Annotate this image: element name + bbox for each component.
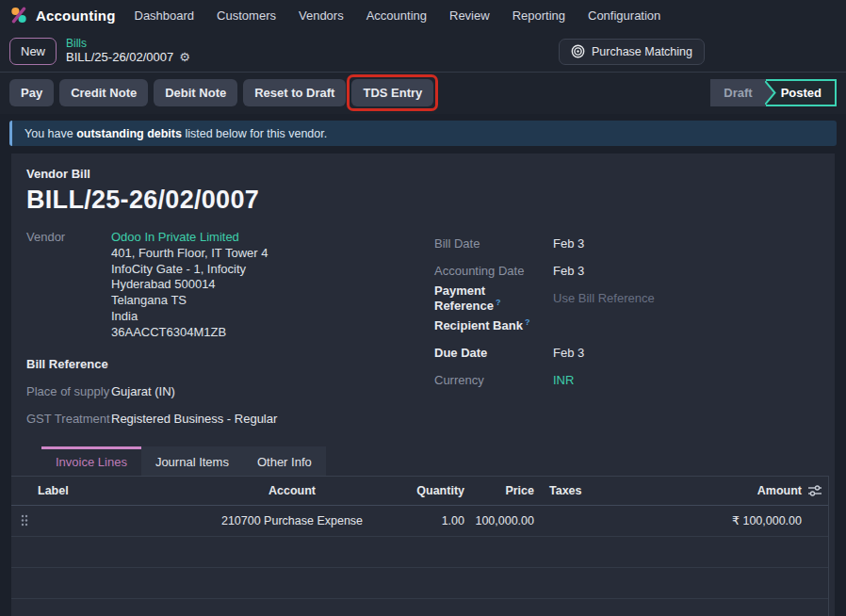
top-navbar: Accounting Dashboard Customers Vendors A…	[0, 0, 846, 30]
gst-treatment-value[interactable]: Registered Business - Regular	[111, 412, 277, 426]
gst-treatment-label: GST Treatment	[26, 412, 111, 426]
empty-row	[11, 568, 828, 599]
column-header-amount[interactable]: Amount	[628, 484, 802, 497]
tds-entry-button[interactable]: TDS Entry	[351, 79, 433, 106]
breadcrumb-current: BILL/25-26/02/0007	[66, 51, 173, 65]
empty-row	[11, 537, 828, 568]
control-panel: New Bills BILL/25-26/02/0007 ⚙ Purchase …	[0, 30, 846, 114]
help-icon: ?	[525, 317, 530, 327]
table-header-row: Label Account Quantity Price Taxes Amoun…	[11, 477, 828, 506]
due-date-label: Due Date	[434, 346, 553, 360]
vendor-address-line: India	[111, 309, 268, 325]
empty-row	[11, 599, 828, 616]
status-draft[interactable]: Draft	[710, 79, 765, 106]
sliders-icon	[807, 485, 822, 496]
column-header-quantity[interactable]: Quantity	[405, 484, 464, 497]
tab-other-info[interactable]: Other Info	[243, 446, 326, 476]
alert-text-bold: outstanding debits	[76, 127, 182, 140]
line-price-cell[interactable]: 100,000.00	[464, 514, 534, 527]
currency-field[interactable]: Currency INR	[434, 366, 820, 394]
recipient-bank-field[interactable]: Recipient Bank?	[434, 312, 820, 339]
gear-icon[interactable]: ⚙	[179, 51, 190, 65]
breadcrumb: Bills BILL/25-26/02/0007 ⚙	[66, 38, 190, 65]
bill-reference-field[interactable]: Bill Reference	[26, 350, 434, 378]
alert-text-pre: You have	[24, 127, 76, 140]
column-header-label[interactable]: Label	[38, 484, 179, 497]
invoice-line-row[interactable]: 210700 Purchase Expense 1.00 100,000.00 …	[11, 506, 828, 537]
due-date-field[interactable]: Due Date Feb 3	[434, 339, 820, 366]
purchase-matching-label: Purchase Matching	[592, 45, 692, 58]
column-header-taxes[interactable]: Taxes	[534, 484, 628, 497]
bill-date-value[interactable]: Feb 3	[553, 236, 584, 251]
purchase-matching-button[interactable]: Purchase Matching	[559, 39, 705, 65]
debit-note-button[interactable]: Debit Note	[154, 79, 237, 106]
vendor-address-line: 36AACCT6304M1ZB	[111, 325, 268, 341]
column-header-account[interactable]: Account	[179, 484, 405, 497]
bill-date-field[interactable]: Bill Date Feb 3	[434, 230, 820, 257]
outstanding-debits-alert: You have outstanding debits listed below…	[9, 121, 837, 146]
status-posted-segment[interactable]: Posted	[766, 79, 837, 106]
bullseye-icon	[571, 44, 585, 58]
due-date-value[interactable]: Feb 3	[553, 346, 584, 360]
left-field-column: Vendor Odoo In Private Limited 401, Four…	[26, 230, 434, 432]
optional-columns-button[interactable]	[802, 485, 828, 496]
alert-text-post: listed below for this vendor.	[182, 127, 327, 140]
breadcrumb-bills-link[interactable]: Bills	[66, 38, 190, 51]
menu-customers[interactable]: Customers	[217, 8, 276, 23]
vendor-address-line: InfoCity Gate - 1, Infocity	[111, 262, 268, 278]
app-name: Accounting	[36, 8, 116, 24]
vendor-field: Vendor Odoo In Private Limited 401, Four…	[26, 230, 434, 341]
line-account-cell[interactable]: 210700 Purchase Expense	[179, 514, 405, 527]
menu-vendors[interactable]: Vendors	[299, 8, 344, 23]
currency-value[interactable]: INR	[553, 373, 574, 387]
status-bar: Draft Posted	[710, 79, 837, 106]
bill-date-label: Bill Date	[434, 236, 553, 251]
new-button[interactable]: New	[9, 38, 57, 65]
odoo-accounting-window: Accounting Dashboard Customers Vendors A…	[0, 0, 846, 616]
status-chevron-icon	[765, 81, 776, 105]
accounting-app-icon	[9, 6, 28, 24]
vendor-address-line: 401, Fourth Floor, IT Tower 4	[111, 246, 268, 262]
line-quantity-cell[interactable]: 1.00	[405, 514, 464, 527]
help-icon: ?	[496, 298, 501, 307]
place-of-supply-value[interactable]: Gujarat (IN)	[111, 384, 175, 398]
vendor-link[interactable]: Odoo In Private Limited	[111, 230, 268, 246]
place-of-supply-field[interactable]: Place of supply Gujarat (IN)	[26, 378, 434, 405]
menu-dashboard[interactable]: Dashboard	[135, 8, 195, 23]
payment-reference-label: Payment Reference	[434, 284, 494, 313]
currency-label: Currency	[434, 373, 553, 387]
vendor-address-line: Telangana TS	[111, 293, 268, 309]
drag-handle[interactable]	[11, 514, 38, 527]
place-of-supply-label: Place of supply	[26, 384, 111, 398]
breadcrumb-row: New Bills BILL/25-26/02/0007 ⚙ Purchase …	[0, 30, 846, 72]
gst-treatment-field[interactable]: GST Treatment Registered Business - Regu…	[26, 405, 434, 432]
pay-button[interactable]: Pay	[9, 79, 54, 106]
notebook-tabs: Invoice Lines Journal Items Other Info	[41, 446, 820, 476]
column-header-price[interactable]: Price	[464, 484, 534, 497]
menu-reporting[interactable]: Reporting	[512, 8, 565, 23]
tab-invoice-lines[interactable]: Invoice Lines	[41, 446, 141, 476]
tab-journal-items[interactable]: Journal Items	[141, 446, 243, 476]
payment-reference-placeholder[interactable]: Use Bill Reference	[553, 291, 655, 305]
menu-review[interactable]: Review	[449, 8, 490, 23]
accounting-date-field[interactable]: Accounting Date Feb 3	[434, 257, 820, 284]
main-menu: Dashboard Customers Vendors Accounting R…	[135, 8, 661, 23]
invoice-lines-table: Label Account Quantity Price Taxes Amoun…	[11, 476, 829, 616]
menu-configuration[interactable]: Configuration	[588, 8, 660, 23]
right-field-column: Bill Date Feb 3 Accounting Date Feb 3 Pa…	[434, 230, 820, 432]
action-buttons-row: Pay Credit Note Debit Note Reset to Draf…	[0, 73, 846, 114]
credit-note-button[interactable]: Credit Note	[59, 79, 148, 106]
status-posted: Posted	[776, 86, 835, 100]
payment-reference-field[interactable]: Payment Reference? Use Bill Reference	[434, 284, 820, 312]
reset-to-draft-button[interactable]: Reset to Draft	[243, 79, 346, 106]
vendor-bill-sheet: Vendor Bill BILL/25-26/02/0007 Vendor Od…	[11, 154, 835, 616]
bill-reference-label: Bill Reference	[26, 357, 111, 371]
app-switcher[interactable]: Accounting	[9, 6, 116, 24]
accounting-date-label: Accounting Date	[434, 264, 553, 278]
sheet-wrap: Vendor Bill BILL/25-26/02/0007 Vendor Od…	[0, 154, 846, 616]
line-amount-cell[interactable]: ₹ 100,000.00	[628, 513, 802, 527]
annotation-highlight-box: TDS Entry	[351, 79, 433, 106]
document-type-label: Vendor Bill	[26, 167, 820, 181]
accounting-date-value[interactable]: Feb 3	[553, 264, 584, 278]
menu-accounting[interactable]: Accounting	[366, 8, 427, 23]
